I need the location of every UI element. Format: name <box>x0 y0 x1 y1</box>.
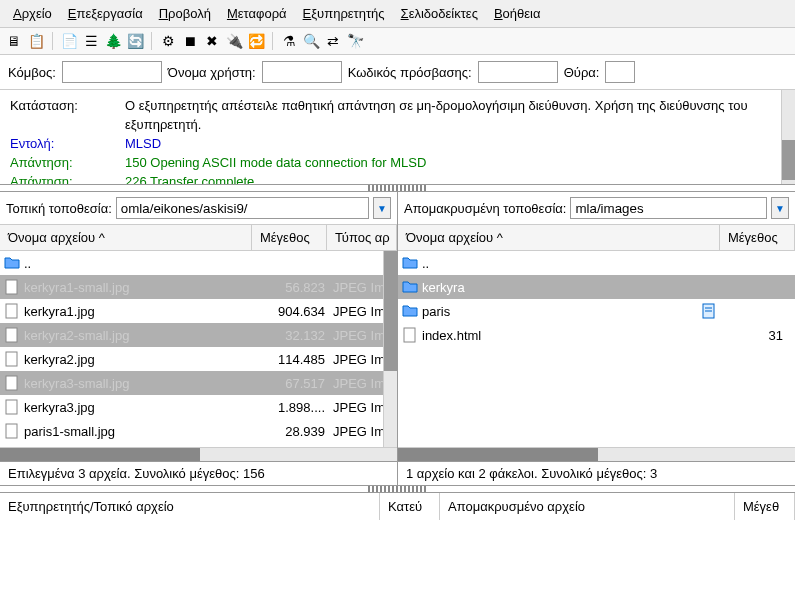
folder-icon <box>402 279 418 295</box>
queue-col-direction[interactable]: Κατεύ <box>380 493 440 520</box>
file-icon <box>4 327 20 343</box>
local-col-name[interactable]: Όνομα αρχείου ^ <box>0 225 252 250</box>
host-input[interactable] <box>62 61 162 83</box>
quickconnect-bar: Κόμβος: Όνομα χρήστη: Κωδικός πρόσβασης:… <box>0 55 795 90</box>
local-status: Επιλεγμένα 3 αρχεία. Συνολικό μέγεθος: 1… <box>0 461 397 486</box>
svg-rect-1 <box>6 304 17 318</box>
svg-rect-0 <box>6 280 17 294</box>
file-row[interactable]: kerkyra3.jpg1.898....JPEG Im <box>0 395 397 419</box>
file-icon <box>4 375 20 391</box>
refresh-icon[interactable]: 🔄 <box>126 32 144 50</box>
local-col-size[interactable]: Μέγεθος <box>252 225 327 250</box>
local-path-dropdown[interactable]: ▼ <box>373 197 391 219</box>
page-icon[interactable]: 📄 <box>60 32 78 50</box>
svg-rect-10 <box>404 328 415 342</box>
menu-σελιδοδείκτες[interactable]: Σελιδοδείκτες <box>393 3 486 24</box>
remote-pane: Απομακρυσμένη τοποθεσία: ▼ Όνομα αρχείου… <box>398 192 795 486</box>
file-size: 56.823 <box>263 280 333 295</box>
file-row[interactable]: .. <box>398 251 795 275</box>
port-input[interactable] <box>605 61 635 83</box>
log-scrollbar[interactable] <box>781 90 795 184</box>
file-row[interactable]: kerkyra3-small.jpg67.517JPEG Im <box>0 371 397 395</box>
log-text: Ο εξυπηρετητής απέστειλε παθητική απάντη… <box>125 96 785 134</box>
queue-col-size[interactable]: Μέγεθ <box>735 493 795 520</box>
reconnect-icon[interactable]: 🔁 <box>247 32 265 50</box>
remote-col-name[interactable]: Όνομα αρχείου ^ <box>398 225 720 250</box>
file-row[interactable]: index.html31 <box>398 323 795 347</box>
local-pane: Τοπική τοποθεσία: ▼ Όνομα αρχείου ^ Μέγε… <box>0 192 398 486</box>
file-name: kerkyra3-small.jpg <box>24 376 263 391</box>
file-row[interactable]: kerkyra2.jpg114.485JPEG Im <box>0 347 397 371</box>
file-name: paris <box>422 304 701 319</box>
remote-path-input[interactable] <box>570 197 767 219</box>
log-text: MLSD <box>125 134 785 153</box>
remote-site-label: Απομακρυσμένη τοποθεσία: <box>404 201 566 216</box>
tree-icon[interactable]: 🌲 <box>104 32 122 50</box>
disconnect-icon[interactable]: 🔌 <box>225 32 243 50</box>
filter-icon[interactable]: ⚗ <box>280 32 298 50</box>
menu-εξυπηρετητής[interactable]: Εξυπηρετητής <box>295 3 393 24</box>
file-name: kerkyra2-small.jpg <box>24 328 263 343</box>
username-input[interactable] <box>262 61 342 83</box>
server-icon[interactable]: 🖥 <box>5 32 23 50</box>
file-row[interactable]: kerkyra1-small.jpg56.823JPEG Im <box>0 275 397 299</box>
file-row[interactable]: paris <box>398 299 795 323</box>
sitemanager-icon[interactable]: 📋 <box>27 32 45 50</box>
local-hscroll[interactable] <box>0 447 397 461</box>
transfer-queue-header: Εξυπηρετητής/Τοπικό αρχείο Κατεύ Απομακρ… <box>0 492 795 520</box>
file-size: 28.939 <box>263 424 333 439</box>
file-name: paris1-small.jpg <box>24 424 263 439</box>
toolbar-separator <box>52 32 53 50</box>
toolbar-separator <box>272 32 273 50</box>
process-icon[interactable]: ⚙ <box>159 32 177 50</box>
log-entry: Κατάσταση:Ο εξυπηρετητής απέστειλε παθητ… <box>10 96 785 134</box>
queue-col-remote[interactable]: Απομακρυσμένο αρχείο <box>440 493 735 520</box>
file-row[interactable]: .. <box>0 251 397 275</box>
cancel-icon[interactable]: ✖ <box>203 32 221 50</box>
document-icon <box>701 303 717 319</box>
local-vscroll[interactable] <box>383 251 397 447</box>
local-path-input[interactable] <box>116 197 369 219</box>
file-icon <box>4 423 20 439</box>
file-name: kerkyra1.jpg <box>24 304 263 319</box>
remote-path-dropdown[interactable]: ▼ <box>771 197 789 219</box>
stop-icon[interactable]: ⏹ <box>181 32 199 50</box>
local-col-type[interactable]: Τύπος αρ <box>327 225 397 250</box>
search-icon[interactable]: 🔍 <box>302 32 320 50</box>
host-label: Κόμβος: <box>8 65 56 80</box>
message-log: Κατάσταση:Ο εξυπηρετητής απέστειλε παθητ… <box>0 90 795 185</box>
remote-hscroll[interactable] <box>398 447 795 461</box>
remote-col-size[interactable]: Μέγεθος <box>720 225 795 250</box>
svg-rect-6 <box>6 424 17 438</box>
folder-icon <box>402 255 418 271</box>
binoculars-icon[interactable]: 🔭 <box>346 32 364 50</box>
svg-rect-5 <box>6 400 17 414</box>
file-row[interactable]: paris1-small.jpg28.939JPEG Im <box>0 419 397 443</box>
username-label: Όνομα χρήστη: <box>168 65 256 80</box>
menu-βοήθεια[interactable]: Βοήθεια <box>486 3 549 24</box>
compare-icon[interactable]: ⇄ <box>324 32 342 50</box>
remote-file-list[interactable]: ..kerkyraparisindex.html31 <box>398 251 795 447</box>
file-name: kerkyra1-small.jpg <box>24 280 263 295</box>
queue-col-server[interactable]: Εξυπηρετητής/Τοπικό αρχείο <box>0 493 380 520</box>
menu-επεξεργασία[interactable]: Επεξεργασία <box>60 3 151 24</box>
file-icon <box>4 303 20 319</box>
local-file-list[interactable]: ..kerkyra1-small.jpg56.823JPEG Imkerkyra… <box>0 251 397 447</box>
password-input[interactable] <box>478 61 558 83</box>
menu-μεταφορά[interactable]: Μεταφορά <box>219 3 295 24</box>
file-row[interactable]: kerkyra <box>398 275 795 299</box>
menu-προβολή[interactable]: Προβολή <box>151 3 219 24</box>
password-label: Κωδικός πρόσβασης: <box>348 65 472 80</box>
port-label: Θύρα: <box>564 65 600 80</box>
file-row[interactable]: kerkyra2-small.jpg32.132JPEG Im <box>0 323 397 347</box>
folder-icon <box>402 303 418 319</box>
file-row[interactable]: kerkyra1.jpg904.634JPEG Im <box>0 299 397 323</box>
menu-αρχείο[interactable]: Αρχείο <box>5 3 60 24</box>
log-text: 150 Opening ASCII mode data connection f… <box>125 153 785 172</box>
toolbar-separator <box>151 32 152 50</box>
local-site-label: Τοπική τοποθεσία: <box>6 201 112 216</box>
svg-rect-4 <box>6 376 17 390</box>
list-icon[interactable]: ☰ <box>82 32 100 50</box>
file-size: 114.485 <box>263 352 333 367</box>
file-icon <box>4 399 20 415</box>
